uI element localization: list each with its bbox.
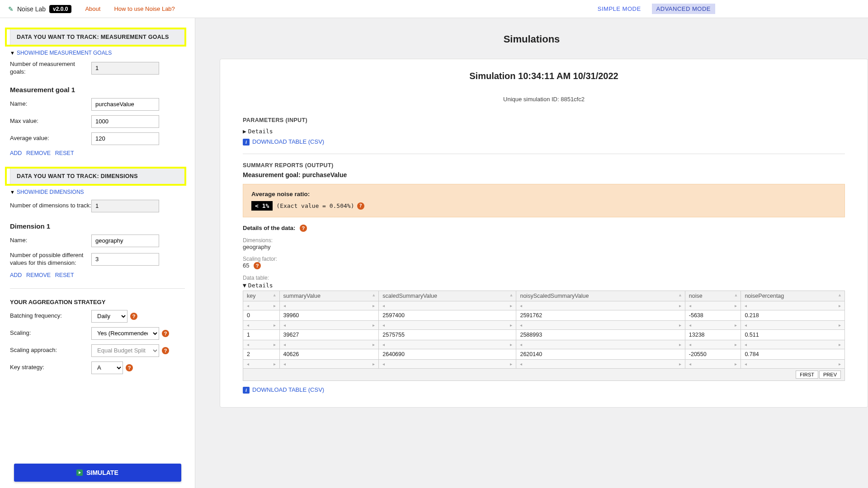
data-table: key▲summaryValue▲scaledSummaryValue▲nois… bbox=[243, 291, 845, 381]
help-icon[interactable]: ? bbox=[126, 364, 133, 371]
goal-max-input[interactable] bbox=[91, 115, 159, 128]
column-header[interactable]: summaryValue▲ bbox=[279, 291, 379, 301]
add-dim-button[interactable]: ADD bbox=[10, 272, 22, 278]
pencil-icon: ✎ bbox=[8, 5, 14, 13]
help-icon[interactable]: ? bbox=[357, 202, 364, 210]
table-cell: 0.218 bbox=[741, 310, 845, 321]
data-table-details-toggle[interactable]: ▼Details bbox=[243, 282, 845, 289]
noise-ratio-box: Average noise ratio: < 1% (Exact value =… bbox=[243, 184, 845, 217]
table-cell: 0.511 bbox=[741, 330, 845, 340]
about-link[interactable]: About bbox=[85, 5, 100, 12]
help-icon[interactable]: ? bbox=[130, 313, 137, 320]
batch-label: Batching frequency: bbox=[10, 312, 91, 320]
info-icon: i bbox=[243, 139, 250, 145]
dimension-heading: Dimension 1 bbox=[10, 222, 185, 230]
table-cell: 2640690 bbox=[379, 349, 516, 360]
keystrat-select[interactable]: A bbox=[91, 361, 123, 374]
goal-actions: ADD REMOVE RESET bbox=[10, 150, 185, 156]
help-icon[interactable]: ? bbox=[162, 347, 169, 354]
toggle-goals-label: SHOW/HIDE MEASUREMENT GOALS bbox=[17, 50, 112, 56]
column-filter[interactable]: ◂▸ bbox=[516, 301, 685, 310]
download-csv-link[interactable]: iDOWNLOAD TABLE (CSV) bbox=[243, 386, 324, 394]
column-filter[interactable]: ◂▸ bbox=[685, 301, 741, 310]
goal-avg-input[interactable] bbox=[91, 132, 159, 145]
column-filter[interactable]: ◂▸ bbox=[279, 301, 379, 310]
mode-switcher: SIMPLE MODE ADVANCED MODE bbox=[593, 4, 715, 14]
remove-dim-button[interactable]: REMOVE bbox=[26, 272, 51, 278]
sort-icon: ▲ bbox=[838, 293, 842, 297]
column-filter[interactable]: ◂▸ bbox=[243, 301, 280, 310]
tab-simple-mode[interactable]: SIMPLE MODE bbox=[593, 4, 646, 14]
scaling-factor-label: Scaling factor: bbox=[243, 256, 845, 262]
table-row: 24062626406902620140-205500.784 bbox=[243, 349, 845, 360]
table-cell: 39960 bbox=[279, 310, 379, 321]
column-header[interactable]: key▲ bbox=[243, 291, 280, 301]
num-goals-input[interactable] bbox=[91, 62, 159, 75]
help-icon[interactable]: ? bbox=[300, 225, 307, 232]
tab-advanced-mode[interactable]: ADVANCED MODE bbox=[652, 4, 715, 14]
help-icon[interactable]: ? bbox=[254, 262, 261, 269]
table-cell: -20550 bbox=[685, 349, 741, 360]
toggle-dimensions[interactable]: ▼SHOW/HIDE DIMENSIONS bbox=[10, 189, 84, 195]
table-cell: 1 bbox=[243, 330, 280, 340]
column-header[interactable]: noisyScaledSummaryValue▲ bbox=[516, 291, 685, 301]
add-goal-button[interactable]: ADD bbox=[10, 150, 22, 156]
section-header-aggregation: YOUR AGGREGATION STRATEGY bbox=[10, 299, 185, 305]
remove-goal-button[interactable]: REMOVE bbox=[26, 150, 51, 156]
triangle-down-icon: ▼ bbox=[10, 189, 15, 195]
main-content: Simulations Simulation 10:34:11 AM 10/31… bbox=[195, 18, 868, 488]
pager-first-button[interactable]: FIRST bbox=[796, 371, 818, 379]
goal-avg-label: Average value: bbox=[10, 135, 91, 142]
scaling-factor-value: 65 ? bbox=[243, 262, 845, 269]
reset-dim-button[interactable]: RESET bbox=[55, 272, 74, 278]
table-row: 03996025974002591762-56380.218 bbox=[243, 310, 845, 321]
measurement-goal-heading: Measurement goal 1 bbox=[10, 86, 185, 94]
dimensions-value: geography bbox=[243, 244, 845, 250]
section-header-dimensions: DATA YOU WANT TO TRACK: DIMENSIONS bbox=[10, 168, 185, 184]
approach-select[interactable]: Equal Budget Split bbox=[91, 344, 159, 357]
triangle-down-icon: ▼ bbox=[243, 282, 246, 289]
dim-actions: ADD REMOVE RESET bbox=[10, 272, 185, 278]
goal-name-input[interactable] bbox=[91, 98, 159, 111]
noise-ratio-title: Average noise ratio: bbox=[251, 191, 836, 197]
table-cell: 2591762 bbox=[516, 310, 685, 321]
table-cell: 2620140 bbox=[516, 349, 685, 360]
goal-max-label: Max value: bbox=[10, 117, 91, 125]
column-header[interactable]: noise▲ bbox=[685, 291, 741, 301]
download-csv-link[interactable]: iDOWNLOAD TABLE (CSV) bbox=[243, 138, 324, 145]
sort-icon: ▲ bbox=[509, 293, 514, 297]
pager-prev-button[interactable]: PREV bbox=[819, 371, 841, 379]
sort-icon: ▲ bbox=[372, 293, 376, 297]
keystrat-label: Key strategy: bbox=[10, 364, 91, 371]
table-cell: 40626 bbox=[279, 349, 379, 360]
help-icon[interactable]: ? bbox=[162, 330, 169, 337]
info-icon: i bbox=[243, 387, 250, 394]
triangle-down-icon: ▼ bbox=[10, 50, 15, 56]
sort-icon: ▲ bbox=[273, 293, 277, 297]
reset-goal-button[interactable]: RESET bbox=[55, 150, 74, 156]
measurement-goal-name: Measurement goal: purchaseValue bbox=[243, 171, 845, 178]
column-header[interactable]: scaledSummaryValue▲ bbox=[379, 291, 516, 301]
data-table-label: Data table: bbox=[243, 275, 845, 281]
sort-icon: ▲ bbox=[678, 293, 682, 297]
batch-select[interactable]: Daily bbox=[91, 310, 127, 323]
sort-icon: ▲ bbox=[734, 293, 738, 297]
column-header[interactable]: noisePercentag▲ bbox=[741, 291, 845, 301]
toggle-measurement-goals[interactable]: ▼SHOW/HIDE MEASUREMENT GOALS bbox=[10, 50, 112, 56]
dim-name-label: Name: bbox=[10, 237, 91, 244]
column-filter[interactable]: ◂▸ bbox=[379, 301, 516, 310]
simulate-button[interactable]: SIMULATE bbox=[14, 464, 181, 482]
dim-count-input[interactable] bbox=[91, 253, 159, 266]
summary-heading: SUMMARY REPORTS (OUTPUT) bbox=[243, 162, 845, 169]
table-cell: 0 bbox=[243, 310, 280, 321]
column-filter[interactable]: ◂▸ bbox=[741, 301, 845, 310]
parameters-details-toggle[interactable]: ▶Details bbox=[243, 128, 845, 135]
scaling-select[interactable]: Yes (Recommended) bbox=[91, 327, 159, 340]
table-cell: 39627 bbox=[279, 330, 379, 340]
dim-name-input[interactable] bbox=[91, 235, 159, 247]
howto-link[interactable]: How to use Noise Lab? bbox=[114, 5, 175, 12]
simulation-card: Simulation 10:34:11 AM 10/31/2022 Unique… bbox=[220, 59, 868, 408]
num-dims-input[interactable] bbox=[91, 200, 159, 212]
table-cell: 13238 bbox=[685, 330, 741, 340]
toggle-dims-label: SHOW/HIDE DIMENSIONS bbox=[17, 189, 84, 195]
